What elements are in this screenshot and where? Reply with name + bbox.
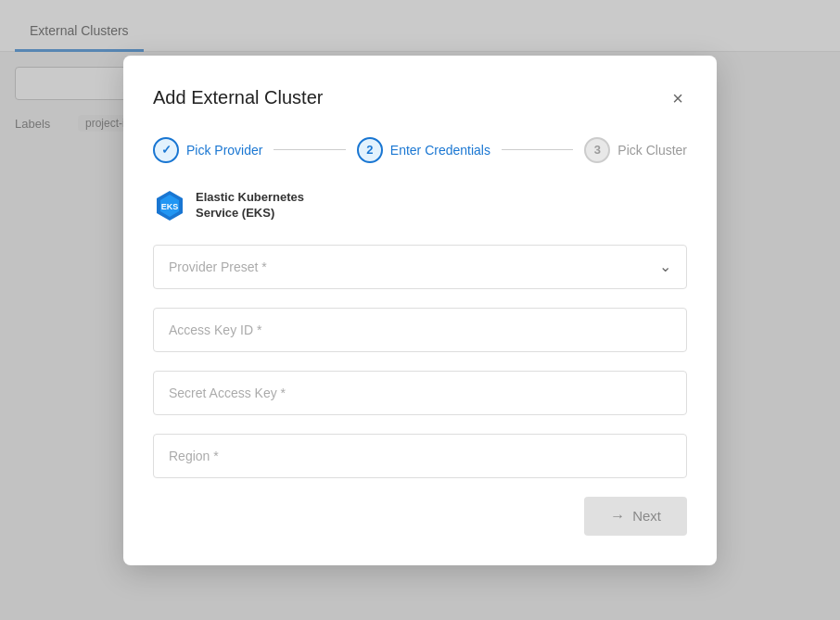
next-button-label: Next bbox=[632, 508, 661, 524]
provider-preset-field[interactable]: Provider Preset * ⌄ bbox=[153, 245, 687, 289]
step-2-label: Enter Credentials bbox=[390, 143, 490, 158]
access-key-id-field bbox=[153, 308, 687, 352]
access-key-id-input[interactable] bbox=[153, 308, 687, 352]
step-3-circle: 3 bbox=[584, 137, 610, 163]
add-external-cluster-modal: Add External Cluster × ✓ Pick Provider 2… bbox=[123, 56, 717, 565]
modal-footer: → Next bbox=[153, 497, 687, 536]
modal-overlay: Add External Cluster × ✓ Pick Provider 2… bbox=[0, 0, 840, 620]
svg-text:EKS: EKS bbox=[161, 202, 179, 211]
modal-title: Add External Cluster bbox=[153, 87, 323, 108]
provider-preset-placeholder: Provider Preset * bbox=[169, 259, 267, 274]
modal-header: Add External Cluster × bbox=[153, 85, 687, 111]
step-2-circle: 2 bbox=[357, 137, 383, 163]
region-input[interactable] bbox=[153, 434, 687, 478]
provider-name: Elastic KubernetesService (EKS) bbox=[196, 190, 304, 221]
step-1-label: Pick Provider bbox=[186, 143, 262, 158]
provider-badge: EKS Elastic KubernetesService (EKS) bbox=[153, 189, 687, 222]
arrow-right-icon: → bbox=[610, 508, 625, 525]
stepper: ✓ Pick Provider 2 Enter Credentials 3 Pi… bbox=[153, 137, 687, 163]
next-button[interactable]: → Next bbox=[584, 497, 687, 536]
chevron-down-icon: ⌄ bbox=[659, 258, 671, 275]
eks-icon: EKS bbox=[153, 189, 186, 222]
secret-access-key-field bbox=[153, 371, 687, 415]
connector-1-2 bbox=[274, 149, 345, 150]
step-3: 3 Pick Cluster bbox=[584, 137, 687, 163]
secret-access-key-input[interactable] bbox=[153, 371, 687, 415]
close-button[interactable]: × bbox=[668, 85, 687, 111]
step-1-circle: ✓ bbox=[153, 137, 179, 163]
step-2: 2 Enter Credentials bbox=[357, 137, 490, 163]
step-3-label: Pick Cluster bbox=[617, 143, 687, 158]
provider-preset-select[interactable]: Provider Preset * ⌄ bbox=[153, 245, 687, 289]
step-1: ✓ Pick Provider bbox=[153, 137, 262, 163]
region-field bbox=[153, 434, 687, 478]
connector-2-3 bbox=[502, 149, 573, 150]
